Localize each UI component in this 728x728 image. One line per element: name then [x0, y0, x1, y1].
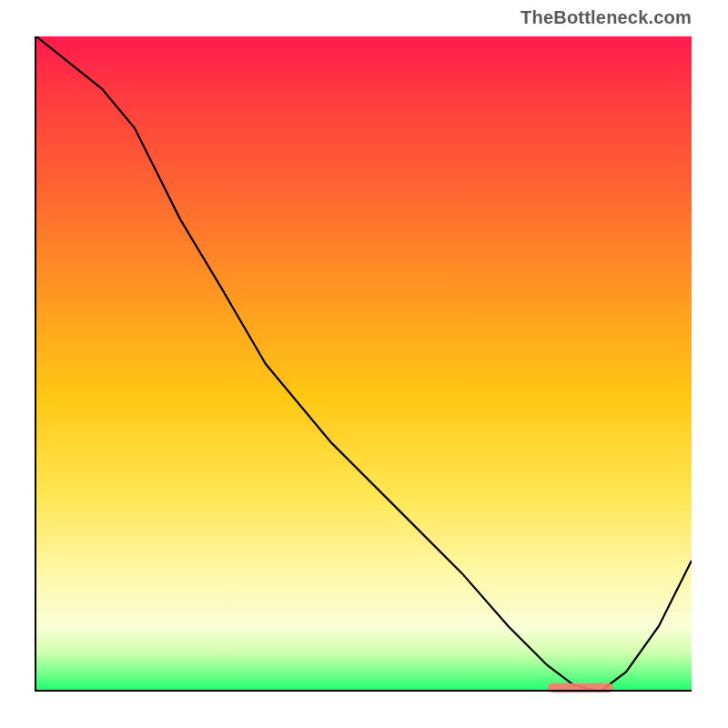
y-axis: [35, 36, 36, 692]
x-axis: [36, 690, 692, 692]
watermark-label: TheBottleneck.com: [521, 7, 692, 28]
bottleneck-curve: [36, 36, 692, 692]
